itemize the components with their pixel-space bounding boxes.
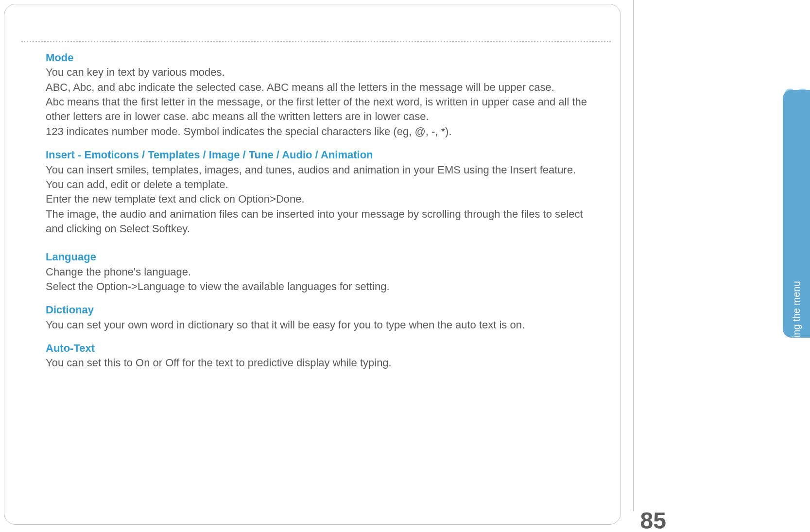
section-heading: Language — [46, 250, 601, 264]
page-number: 85 — [640, 507, 666, 532]
section-insert: Insert - Emoticons / Templates / Image /… — [46, 148, 601, 236]
page-frame: Mode You can key in text by various mode… — [4, 4, 621, 525]
side-tab: Using the menu — [783, 90, 810, 338]
section-body: You can set your own word in dictionary … — [46, 318, 601, 332]
section-body: Change the phone's language.Select the O… — [46, 265, 601, 294]
section-heading: Dictionay — [46, 303, 601, 317]
section-autotext: Auto-Text You can set this to On or Off … — [46, 341, 601, 371]
content-area: Mode You can key in text by various mode… — [46, 51, 601, 379]
section-heading: Insert - Emoticons / Templates / Image /… — [46, 148, 601, 162]
section-heading: Auto-Text — [46, 341, 601, 356]
section-heading: Mode — [46, 51, 601, 65]
section-body: You can key in text by various modes.ABC… — [46, 65, 601, 139]
section-mode: Mode You can key in text by various mode… — [46, 51, 601, 139]
section-body: You can set this to On or Off for the te… — [46, 356, 601, 370]
section-language: Language Change the phone's language.Sel… — [46, 250, 601, 294]
section-body: You can insert smiles, templates, images… — [46, 163, 601, 237]
side-divider-line — [633, 0, 634, 511]
tab-label: Using the menu — [791, 281, 802, 349]
section-dictionary: Dictionay You can set your own word in d… — [46, 303, 601, 332]
dotted-divider — [21, 41, 611, 42]
